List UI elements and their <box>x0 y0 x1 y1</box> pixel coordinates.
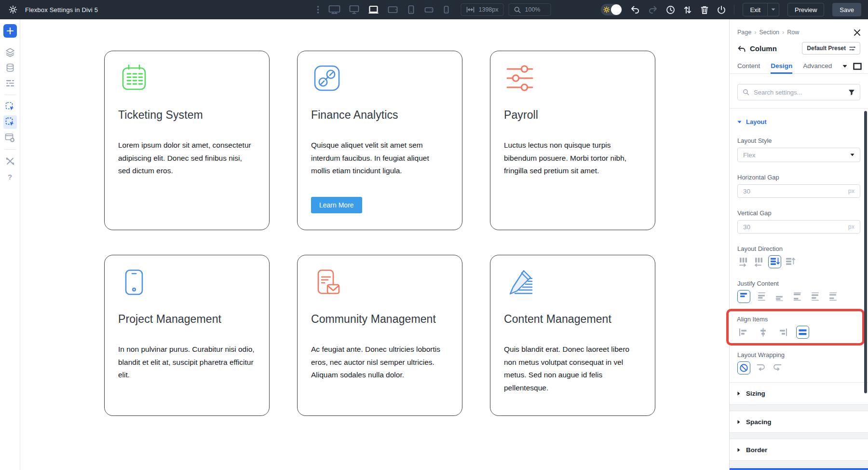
align-flex-start-button[interactable] <box>737 326 750 339</box>
justify-content-options <box>737 290 860 303</box>
exit-button[interactable]: Exit <box>743 3 768 16</box>
justify-center-button[interactable] <box>755 290 768 303</box>
card-body: In non pulvinar purus. Curabitur nisi od… <box>118 343 256 382</box>
viewport-width-field[interactable]: 1398px <box>461 3 503 16</box>
section-border[interactable]: Border <box>730 439 868 461</box>
more-menu-icon[interactable] <box>317 6 319 14</box>
save-button[interactable]: Save <box>832 3 861 16</box>
horizontal-gap-input[interactable] <box>743 188 810 195</box>
device-phone-button[interactable] <box>440 3 452 16</box>
frame-view-icon[interactable] <box>853 63 862 70</box>
justify-space-around-button[interactable] <box>809 290 822 303</box>
tab-design[interactable]: Design <box>771 59 792 74</box>
calendar-icon <box>118 62 256 94</box>
default-preset-button[interactable]: Default Preset <box>802 42 860 55</box>
learn-more-button[interactable]: Learn More <box>311 197 362 213</box>
wrap-nowrap-button[interactable] <box>737 361 750 374</box>
help-icon[interactable]: ? <box>3 170 17 183</box>
card-payroll[interactable]: Payroll Luctus lectus non quisque turpis… <box>490 51 655 230</box>
database-icon[interactable] <box>3 61 17 74</box>
direction-row-reverse-button[interactable] <box>753 255 766 268</box>
device-tablet-landscape-button[interactable] <box>385 3 400 16</box>
add-module-button[interactable] <box>3 24 17 38</box>
settings-gear-icon[interactable] <box>9 5 17 14</box>
layout-direction-label: Layout Direction <box>737 245 860 252</box>
card-title: Project Management <box>118 313 256 326</box>
tab-content[interactable]: Content <box>737 59 760 74</box>
card-grid: Ticketing System Lorem ipsum dolor sit a… <box>104 51 729 416</box>
trash-icon[interactable] <box>700 5 709 14</box>
device-desktop-button[interactable] <box>347 3 361 16</box>
back-arrow-icon[interactable] <box>737 45 746 52</box>
caret-down-icon[interactable] <box>842 65 847 68</box>
justify-flex-end-button[interactable] <box>773 290 786 303</box>
ai-toggle[interactable] <box>601 4 622 15</box>
breadcrumb-section[interactable]: Section <box>759 29 779 36</box>
section-sizing[interactable]: Sizing <box>730 383 868 405</box>
layout-section-header[interactable]: Layout <box>737 118 860 125</box>
power-icon[interactable] <box>717 5 726 14</box>
layout-wrapping-label: Layout Wrapping <box>737 351 860 359</box>
align-stretch-button[interactable] <box>796 326 809 339</box>
card-content-management[interactable]: Content Management Quis blandit erat. Do… <box>490 255 655 416</box>
breadcrumb-page[interactable]: Page <box>737 29 751 36</box>
preset-label: Default Preset <box>807 45 846 52</box>
window-settings-icon[interactable] <box>3 131 17 144</box>
panel-scrollbar[interactable] <box>864 111 867 393</box>
card-title: Content Management <box>504 313 641 326</box>
close-icon[interactable] <box>854 29 860 36</box>
card-title: Ticketing System <box>118 109 256 122</box>
tab-advanced[interactable]: Advanced <box>803 59 832 74</box>
search-icon <box>743 89 749 96</box>
justify-space-evenly-button[interactable] <box>827 290 840 303</box>
document-mail-icon <box>311 266 448 298</box>
undo-icon[interactable] <box>630 5 640 14</box>
wrap-wrap-reverse-button[interactable] <box>771 361 784 374</box>
layout-style-label: Layout Style <box>737 137 860 144</box>
card-ticketing-system[interactable]: Ticketing System Lorem ipsum dolor sit a… <box>104 51 270 230</box>
section-spacing[interactable]: Spacing <box>730 411 868 433</box>
layout-style-select[interactable]: Flex <box>737 148 860 162</box>
horizontal-gap-field: px <box>737 184 860 198</box>
link-icon <box>311 62 448 94</box>
section-sizing-label: Sizing <box>746 390 765 397</box>
vertical-gap-input[interactable] <box>743 223 810 231</box>
filter-funnel-icon[interactable] <box>848 89 855 96</box>
device-tablet-button[interactable] <box>405 3 417 16</box>
tools-icon[interactable] <box>3 154 17 168</box>
wireframe-icon[interactable] <box>3 76 17 90</box>
exit-caret-button[interactable] <box>768 3 779 16</box>
zoom-level-field[interactable]: 100% <box>509 3 551 16</box>
device-laptop-button[interactable] <box>366 3 380 16</box>
device-desktop-xl-button[interactable] <box>326 3 342 16</box>
breadcrumb-row[interactable]: Row <box>787 29 799 36</box>
justify-space-between-button[interactable] <box>791 290 804 303</box>
horizontal-gap-unit: px <box>848 188 854 194</box>
settings-panel: Page › Section › Row Column Default Pres… <box>729 19 868 470</box>
sort-arrows-icon[interactable] <box>683 5 692 14</box>
section-gap <box>730 461 868 467</box>
redo-icon[interactable] <box>648 5 658 14</box>
builder-topbar: Flexbox Settings in Divi 5 <box>0 0 868 19</box>
card-finance-analytics[interactable]: Finance Analytics Quisque aliquet velit … <box>297 51 462 230</box>
click-select-icon[interactable] <box>3 115 17 129</box>
align-center-button[interactable] <box>757 326 770 339</box>
search-settings-input[interactable] <box>754 89 844 96</box>
device-phone-landscape-button[interactable] <box>422 3 435 16</box>
layout-direction-options <box>737 255 860 268</box>
direction-column-reverse-button[interactable] <box>784 255 797 268</box>
justify-flex-start-button[interactable] <box>737 290 750 303</box>
wrap-wrap-button[interactable] <box>754 361 767 374</box>
preview-button[interactable]: Preview <box>787 3 824 16</box>
card-body: Lorem ipsum dolor sit amet, consectetur … <box>118 139 256 178</box>
toggle-knob <box>611 4 622 15</box>
card-community-management[interactable]: Community Management Ac feugiat ante. Do… <box>297 255 462 416</box>
layers-icon[interactable] <box>3 45 17 59</box>
direction-column-button[interactable] <box>768 255 781 268</box>
align-flex-end-button[interactable] <box>776 326 789 339</box>
history-clock-icon[interactable] <box>666 5 675 14</box>
card-project-management[interactable]: Project Management In non pulvinar purus… <box>104 255 270 416</box>
hover-select-icon[interactable] <box>3 100 17 113</box>
direction-row-button[interactable] <box>737 255 750 268</box>
preset-icon <box>849 46 855 51</box>
